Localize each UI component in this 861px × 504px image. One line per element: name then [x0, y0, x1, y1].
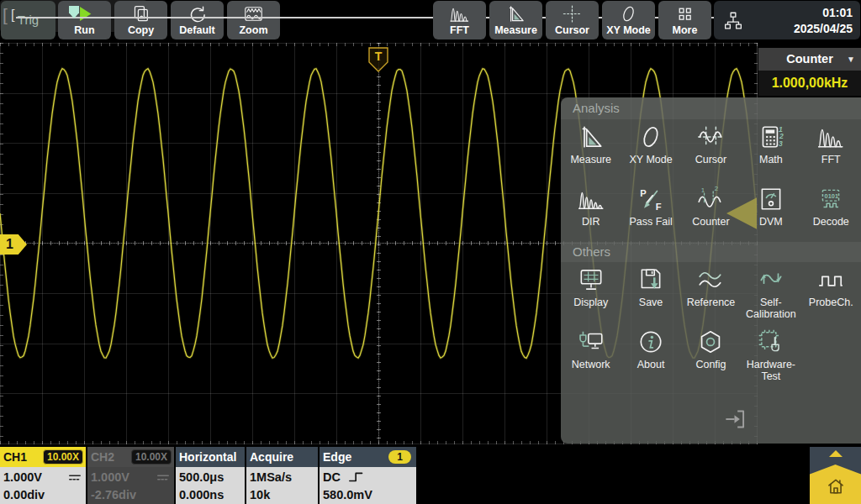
fft-icon — [449, 3, 470, 24]
default-label: Default — [179, 25, 214, 37]
menu-item-reference[interactable]: Reference — [681, 265, 741, 320]
grid-squares-icon — [674, 3, 695, 24]
clock-panel: 01:01 2025/04/25 — [714, 1, 860, 39]
network-status-icon — [722, 10, 744, 32]
slider-inner-left-bracket: [ — [11, 8, 14, 23]
timebase-value: 500.0μs — [179, 469, 241, 486]
analysis-row-1: Measure XY Mode Cursor Math FFT — [561, 123, 861, 165]
cursor-button[interactable]: Cursor — [546, 1, 599, 39]
math-icon — [757, 123, 785, 151]
ch2-dc-coupling-icon — [156, 473, 170, 482]
menu-item-save[interactable]: Save — [621, 265, 680, 320]
save-icon — [637, 265, 665, 294]
others-row-2: Network About Config Hardware-Test — [561, 328, 861, 382]
default-button[interactable]: Default — [171, 1, 224, 39]
trigger-flag[interactable]: T — [368, 47, 388, 72]
acquire-status-block[interactable]: Acquire 1MSa/s 10k — [246, 447, 318, 504]
channel1-status-block[interactable]: CH1 10.00X 1.000V 0.00div — [0, 447, 86, 504]
zoom-button[interactable]: Zoom — [227, 1, 280, 39]
ch2-offset: -2.76div — [91, 486, 171, 504]
trigger-coupling-value: DC — [323, 470, 341, 484]
xy-mode-button[interactable]: XY Mode — [602, 1, 655, 39]
more-menu-panel: Analysis Measure XY Mode Cursor Math FFT — [561, 97, 861, 444]
acquire-title: Acquire — [246, 447, 318, 467]
oscilloscope-screen: Trig Run Copy Default Zoom [ [ ] ] FFT M… — [0, 0, 861, 504]
menu-item-pass-fail[interactable]: Pass Fail — [621, 185, 680, 228]
menu-item-cursor[interactable]: Cursor — [681, 123, 741, 165]
counter-value: 1.000,00kHz — [758, 71, 861, 96]
measure-label: Measure — [494, 25, 537, 37]
menu-item-empty — [801, 328, 861, 382]
menu-item-network[interactable]: Network — [561, 328, 621, 382]
channel2-status-block[interactable]: CH2 10.00X 1.000V -2.76div — [87, 447, 174, 504]
measure-icon — [505, 3, 526, 24]
analysis-row-2: DIR Pass Fail Counter DVM Decode — [561, 185, 861, 228]
more-label: More — [673, 25, 698, 37]
horizontal-delay-value: 0.000ns — [179, 486, 241, 504]
counter-dropdown[interactable]: Counter ▼ — [758, 48, 861, 71]
chevron-up-icon — [829, 450, 843, 457]
xy-mode-icon — [637, 123, 665, 151]
time-display: 01:01 — [794, 5, 853, 21]
measure-icon — [577, 123, 605, 151]
fft-icon — [816, 123, 845, 151]
reference-icon — [696, 265, 725, 294]
counter-readout: Counter ▼ 1.000,00kHz — [758, 48, 861, 96]
self-calibration-icon — [757, 265, 785, 294]
dir-icon — [577, 185, 605, 213]
copy-button[interactable]: Copy — [114, 1, 167, 39]
zoom-label: Zoom — [239, 25, 267, 37]
cursor-label: Cursor — [555, 25, 589, 37]
trigger-source-badge: 1 — [388, 450, 411, 464]
more-button[interactable]: More — [658, 1, 711, 39]
rising-edge-icon — [348, 470, 367, 483]
trigger-flag-letter: T — [375, 50, 383, 63]
menu-item-math[interactable]: Math — [741, 123, 800, 165]
pass-fail-icon — [637, 185, 665, 213]
others-section-title: Others — [561, 242, 861, 262]
menu-item-measure[interactable]: Measure — [561, 123, 621, 165]
horizontal-title: Horizontal — [176, 447, 245, 467]
trig-label: Trig — [18, 13, 39, 28]
cursor-crosshair-icon — [562, 3, 583, 24]
xy-mode-label: XY Mode — [606, 25, 651, 37]
menu-item-hardware-test[interactable]: Hardware-Test — [741, 328, 800, 382]
home-icon — [825, 475, 847, 497]
menu-item-about[interactable]: About — [621, 328, 680, 382]
menu-item-xy-mode[interactable]: XY Mode — [621, 123, 680, 165]
menu-item-decode[interactable]: Decode — [801, 185, 861, 228]
others-row-1: Display Save Reference Self-Calibration … — [561, 265, 861, 320]
network-icon — [577, 328, 605, 356]
menu-item-display[interactable]: Display — [561, 265, 621, 320]
ch2-name: CH2 — [91, 450, 114, 464]
memory-depth-value: 10k — [250, 486, 314, 504]
menu-item-probe-check[interactable]: ProbeCh. — [801, 265, 861, 320]
trigger-type-title: Edge — [323, 450, 351, 464]
config-icon — [696, 328, 725, 356]
reset-arrow-icon — [187, 3, 208, 24]
measure-button[interactable]: Measure — [489, 1, 542, 39]
menu-item-config[interactable]: Config — [681, 328, 741, 382]
menu-item-fft[interactable]: FFT — [801, 123, 861, 165]
exit-menu-button[interactable] — [717, 405, 753, 433]
menu-item-counter[interactable]: Counter — [681, 185, 741, 228]
trig-button[interactable]: Trig — [1, 1, 55, 39]
hardware-test-icon — [757, 328, 785, 356]
sample-rate-value: 1MSa/s — [250, 469, 314, 486]
horizontal-status-block[interactable]: Horizontal 500.0μs 0.000ns — [176, 447, 245, 504]
menu-item-self-calibration[interactable]: Self-Calibration — [741, 265, 800, 320]
ch1-offset: 0.00div — [3, 486, 82, 504]
copy-label: Copy — [128, 25, 154, 37]
analysis-section-title: Analysis — [561, 97, 861, 119]
trigger-status-block[interactable]: Edge 1 DC 580.0mV — [320, 447, 416, 504]
cursor-icon — [696, 123, 725, 151]
display-icon — [577, 265, 605, 294]
trigger-level-value: 580.0mV — [323, 486, 413, 504]
slider-outer-left-bracket: [ — [3, 5, 8, 25]
fft-label: FFT — [450, 25, 469, 37]
fft-button[interactable]: FFT — [433, 1, 486, 39]
ch1-name: CH1 — [3, 450, 27, 464]
counter-title: Counter — [786, 52, 833, 66]
run-button[interactable]: Run — [58, 1, 111, 39]
menu-item-dir[interactable]: DIR — [561, 185, 621, 228]
